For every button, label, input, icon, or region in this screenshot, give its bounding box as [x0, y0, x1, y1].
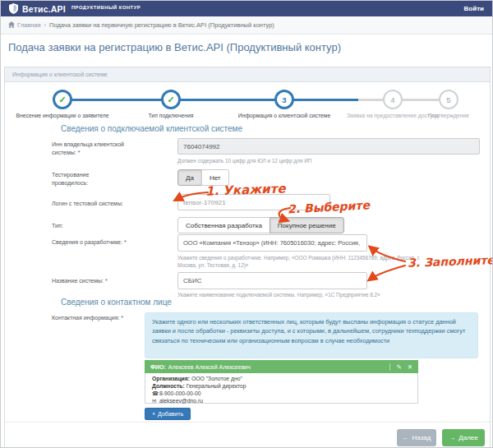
- phone-icon: ☎: [152, 390, 159, 398]
- step-number: 3: [282, 95, 286, 104]
- fio-value: Алексеев Алексей Алексеевич: [168, 364, 251, 370]
- breadcrumb-home-link[interactable]: Главная: [8, 21, 41, 30]
- developer-info-hint: Укажите сведения о разработчике. Наприме…: [177, 254, 424, 270]
- annotation-1-ukazhite: 1. Укажите: [205, 181, 286, 198]
- next-arrow-icon: →: [449, 434, 455, 441]
- phone-value: 8-900-000-00-00: [159, 390, 201, 396]
- home-icon: [8, 21, 15, 30]
- stepper-progress-line: [62, 99, 358, 101]
- breadcrumb-home-label: Главная: [17, 21, 41, 29]
- breadcrumb: Главная › Подача заявки на первичную рег…: [1, 16, 492, 35]
- step-3-indicator: 3: [274, 90, 294, 109]
- next-button-label: Далее: [458, 434, 477, 441]
- email-value: alekseev@dno.ru: [159, 398, 203, 404]
- test-login-label: Логин с тестовой системы:: [52, 200, 159, 208]
- back-button[interactable]: ← Назад: [397, 429, 436, 446]
- organization-label: Организация:: [152, 376, 190, 381]
- panel-header: Информация о клиентской системе: [4, 67, 491, 82]
- add-contact-button[interactable]: + Добавить: [145, 408, 191, 420]
- email-row: ✉alekseev@dno.ru: [152, 398, 411, 405]
- vetis-logo-icon: [9, 3, 18, 14]
- top-bar: Ветис.API ПРОДУКТИВНЫЙ КОНТУР Войти: [1, 1, 492, 16]
- organization-value: ООО "Золотое дно": [191, 376, 242, 381]
- close-icon[interactable]: ✕: [408, 363, 412, 371]
- step-1-label: Внесение информации о заявителе: [1, 113, 124, 119]
- edit-icon[interactable]: ✎: [396, 363, 401, 371]
- position-label: Должность:: [152, 383, 185, 389]
- inn-label: Инн владельца клиентской системы: *: [52, 141, 130, 157]
- system-name-input[interactable]: [177, 272, 367, 289]
- next-button[interactable]: → Далее: [442, 429, 485, 446]
- check-icon: ✓: [58, 95, 66, 105]
- step-2-label: Тип подключения: [130, 113, 212, 119]
- contact-info-label: Контактная информация: *: [52, 314, 142, 322]
- login-link[interactable]: Войти: [464, 5, 484, 12]
- type-label: Тип:: [52, 222, 101, 230]
- fio-label: ФИО:: [150, 364, 166, 370]
- testing-yes-button[interactable]: Да: [177, 169, 202, 186]
- section-title-client-system: Сведения о подключаемой клиентской систе…: [61, 124, 242, 133]
- inn-input[interactable]: [177, 138, 480, 155]
- back-arrow-icon: ←: [403, 434, 409, 441]
- phone-row: ☎8-900-000-00-00: [152, 390, 411, 398]
- breadcrumb-separator: ›: [44, 21, 47, 29]
- footer-divider: [5, 422, 490, 423]
- email-icon: ✉: [152, 398, 159, 405]
- page-title: Подача заявки на регистрацию в Ветис.API…: [8, 41, 341, 53]
- position-row: Должность: Генеральный директор: [152, 383, 411, 390]
- step-2-indicator: ✓: [161, 90, 181, 109]
- type-own-development-button[interactable]: Собственная разработка: [177, 217, 270, 233]
- type-purchased-solution-button[interactable]: Покупное решение: [270, 217, 344, 233]
- position-value: Генеральный директор: [187, 383, 246, 389]
- system-name-hint: Укажите наименование подключаемой систем…: [177, 291, 449, 298]
- environment-badge: ПРОДУКТИВНЫЙ КОНТУР: [71, 5, 141, 10]
- system-name-label: Название системы: *: [52, 277, 150, 285]
- testing-label: Тестирование проводилось:: [52, 171, 103, 187]
- breadcrumb-current: Подача заявки на первичную регистрацию в…: [49, 21, 274, 29]
- developer-info-label: Сведения о разработчике: *: [52, 238, 134, 247]
- step-number: 4: [390, 95, 394, 104]
- inn-hint: Должен содержать 10 цифр для ЮЛ и 12 циф…: [177, 157, 424, 164]
- contact-info-notice: Укажите одного или нескольких ответствен…: [145, 312, 478, 358]
- section-title-contact-person: Сведения о контактном лице: [61, 298, 172, 307]
- contact-card-header: ФИО: Алексеев Алексей Алексеевич ✎ ✕: [145, 360, 418, 373]
- back-button-label: Назад: [412, 434, 431, 441]
- app-title: Ветис.API: [22, 4, 66, 14]
- contact-card-actions: ✎ ✕: [389, 363, 412, 371]
- step-1-indicator: ✓: [53, 90, 72, 109]
- step-5-indicator: 5: [439, 90, 458, 109]
- organization-row: Организация: ООО "Золотое дно": [152, 376, 411, 383]
- step-4-indicator: 4: [383, 90, 403, 109]
- add-contact-label: Добавить: [158, 411, 183, 417]
- step-5-label: Подтверждение: [408, 113, 490, 119]
- type-toggle-group: Собственная разработка Покупное решение: [177, 217, 344, 233]
- step-number: 5: [446, 95, 450, 104]
- vetis-api-registration-page: Ветис.API ПРОДУКТИВНЫЙ КОНТУР Войти Глав…: [0, 0, 493, 448]
- check-icon: ✓: [167, 95, 174, 105]
- step-3-label: Информация о клиентской системе: [223, 113, 346, 119]
- stepper-remaining-line: [358, 99, 450, 101]
- plus-icon: +: [152, 411, 155, 417]
- contact-card-body: Организация: ООО "Золотое дно" Должность…: [145, 373, 418, 404]
- developer-info-input[interactable]: [177, 234, 367, 252]
